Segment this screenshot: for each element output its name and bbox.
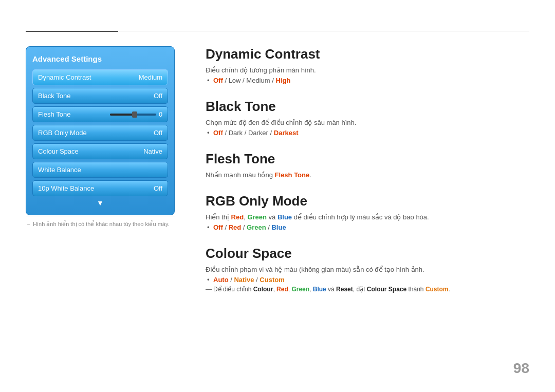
menu-item-black-tone[interactable]: Black Tone Off [32, 88, 168, 104]
section-options-rgb: Off / Red / Green / Blue [206, 223, 529, 231]
option-sep-bt3: / [268, 129, 274, 137]
section-desc-colour-space: Điều chỉnh phạm vi và hệ màu (không gian… [206, 266, 529, 273]
menu-item-rgb-only-mode[interactable]: RGB Only Mode Off [32, 125, 168, 141]
menu-item-label-10p-white-balance: 10p White Balance [38, 184, 94, 192]
option-green-rgb: Green [247, 223, 266, 231]
section-title-rgb-only-mode: RGB Only Mode [206, 193, 529, 209]
rgb-blue: Blue [278, 213, 292, 221]
menu-item-label-dynamic-contrast: Dynamic Contrast [38, 73, 91, 81]
option-high: High [275, 77, 290, 84]
option-sep3: / [270, 77, 276, 84]
option-red-rgb: Red [229, 223, 242, 231]
rgb-red: Red [231, 213, 244, 221]
option-sep: / [223, 77, 229, 84]
option-sep-bt1: / [223, 129, 229, 137]
option-sep-rgb3: / [266, 223, 272, 231]
menu-item-label-flesh-tone: Flesh Tone [38, 110, 70, 118]
section-rgb-only-mode: RGB Only Mode Hiển thị Red, Green và Blu… [206, 193, 529, 231]
section-dynamic-contrast: Dynamic Contrast Điều chỉnh độ tương phả… [206, 46, 529, 84]
option-sep-rgb1: / [223, 223, 229, 231]
option-sep-cs1: / [229, 276, 234, 284]
subnote-custom: Custom [425, 286, 449, 293]
menu-item-label-white-balance: White Balance [38, 166, 81, 174]
right-content: Dynamic Contrast Điều chỉnh độ tương phả… [206, 46, 529, 307]
option-native-cs: Native [234, 276, 254, 284]
menu-item-label-black-tone: Black Tone [38, 92, 70, 100]
option-darker: Darker [248, 129, 268, 137]
flesh-tone-slider-container: 0 [110, 111, 162, 118]
menu-item-label-rgb-only-mode: RGB Only Mode [38, 129, 87, 137]
note-text: － Hình ảnh hiển thị có thể khác nhau tùy… [26, 216, 175, 228]
flesh-tone-slider-thumb [132, 111, 137, 118]
menu-item-value-dynamic-contrast: Medium [139, 73, 162, 81]
flesh-tone-slider-fill [110, 114, 133, 116]
section-colour-space: Colour Space Điều chỉnh phạm vi và hệ mà… [206, 246, 529, 293]
arrow-down-icon: ▼ [32, 199, 168, 207]
section-title-dynamic-contrast: Dynamic Contrast [206, 46, 529, 62]
section-title-colour-space: Colour Space [206, 246, 529, 262]
section-desc-black-tone: Chọn mức độ đen để điều chỉnh độ sâu màn… [206, 119, 529, 126]
option-medium: Medium [246, 77, 270, 84]
subnote-colour-space: Colour Space [367, 286, 406, 293]
option-sep-bt2: / [243, 129, 248, 137]
option-low: Low [229, 77, 241, 84]
section-black-tone: Black Tone Chọn mức độ đen để điều chỉnh… [206, 99, 529, 137]
menu-item-value-colour-space: Native [143, 147, 162, 155]
menu-item-10p-white-balance[interactable]: 10p White Balance Off [32, 180, 168, 196]
section-flesh-tone: Flesh Tone Nhấn mạnh màu hồng Flesh Tone… [206, 151, 529, 179]
option-off-bt: Off [213, 129, 223, 137]
section-title-flesh-tone: Flesh Tone [206, 151, 529, 167]
option-off-rgb: Off [213, 223, 223, 231]
option-item-cs: Auto / Native / Custom [213, 276, 529, 284]
menu-item-colour-space[interactable]: Colour Space Native [32, 143, 168, 159]
advanced-settings-box: Advanced Settings Dynamic Contrast Mediu… [26, 46, 175, 215]
menu-item-white-balance[interactable]: White Balance [32, 162, 168, 178]
option-custom-cs: Custom [260, 276, 284, 284]
section-desc-flesh-tone: Nhấn mạnh màu hồng Flesh Tone. [206, 171, 529, 179]
advanced-settings-title: Advanced Settings [32, 54, 168, 63]
option-item: Off / Low / Medium / High [213, 77, 529, 84]
subnote-colour: Colour [253, 286, 273, 293]
flesh-tone-highlight: Flesh Tone [275, 171, 310, 179]
page-number: 98 [513, 360, 529, 377]
flesh-tone-value: 0 [159, 111, 162, 118]
menu-item-value-black-tone: Off [154, 92, 162, 100]
subnote-red: Red [276, 286, 288, 293]
subnote-blue: Blue [313, 286, 326, 293]
section-desc-rgb-only-mode: Hiển thị Red, Green và Blue để điều chỉn… [206, 213, 529, 221]
section-desc-dynamic-contrast: Điều chỉnh độ tương phản màn hình. [206, 66, 529, 74]
option-sep-cs2: / [254, 276, 260, 284]
section-options-black-tone: Off / Dark / Darker / Darkest [206, 129, 529, 137]
option-item-rgb: Off / Red / Green / Blue [213, 223, 529, 231]
colour-space-subnote: Để điều chỉnh Colour, Red, Green, Blue v… [206, 286, 529, 293]
left-panel: Advanced Settings Dynamic Contrast Mediu… [26, 46, 175, 215]
menu-item-flesh-tone[interactable]: Flesh Tone 0 [32, 106, 168, 122]
option-sep2: / [240, 77, 246, 84]
top-line [26, 31, 529, 31]
subnote-reset: Reset [336, 286, 353, 293]
section-options-colour-space: Auto / Native / Custom [206, 276, 529, 284]
option-blue-rgb: Blue [271, 223, 286, 231]
section-options-dynamic-contrast: Off / Low / Medium / High [206, 77, 529, 84]
option-auto-cs: Auto [213, 276, 229, 284]
option-dark: Dark [229, 129, 243, 137]
menu-item-label-colour-space: Colour Space [38, 147, 79, 155]
menu-item-dynamic-contrast[interactable]: Dynamic Contrast Medium [32, 69, 168, 85]
option-item-black-tone: Off / Dark / Darker / Darkest [213, 129, 529, 137]
menu-item-value-10p-white-balance: Off [154, 184, 162, 192]
flesh-tone-slider-track [110, 114, 156, 116]
section-title-black-tone: Black Tone [206, 99, 529, 115]
menu-item-value-rgb-only-mode: Off [154, 129, 162, 137]
option-darkest: Darkest [274, 129, 299, 137]
option-sep-rgb2: / [241, 223, 247, 231]
rgb-green: Green [247, 213, 267, 221]
subnote-green: Green [291, 286, 309, 293]
option-off: Off [213, 77, 223, 84]
